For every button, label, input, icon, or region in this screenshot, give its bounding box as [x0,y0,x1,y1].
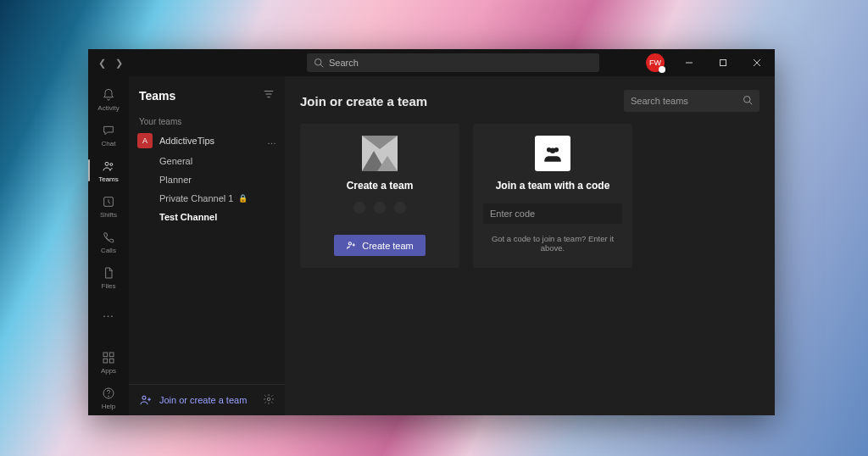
placeholder-dots [353,202,406,214]
search-icon [743,95,753,107]
create-team-button[interactable]: Create team [334,235,426,256]
svg-rect-11 [103,359,108,363]
phone-icon [101,230,116,245]
channel-test[interactable]: Test Channel [129,208,285,226]
svg-rect-3 [721,60,726,66]
join-create-team-link[interactable]: Join or create a team [129,384,285,415]
rail-more-button[interactable]: … [88,295,129,331]
app-rail: Activity Chat Teams Shifts Calls Files [88,76,129,415]
search-placeholder: Search [329,58,359,68]
sidebar-title: Teams [139,89,175,103]
svg-point-0 [315,59,322,66]
join-code-card: Join a team with a code Enter code Got a… [473,124,632,268]
svg-rect-9 [103,353,108,357]
svg-point-20 [744,97,751,103]
files-icon [101,265,116,281]
team-create-icon [346,240,357,251]
search-teams-input[interactable]: Search teams [624,90,760,112]
back-button[interactable]: ❮ [95,56,108,70]
search-input[interactable]: Search [307,53,599,72]
team-row[interactable]: A AddictiveTips … [129,130,285,152]
your-teams-label: Your teams [129,112,285,130]
rail-item-calls[interactable]: Calls [88,224,129,259]
channel-planner[interactable]: Planner [129,170,285,189]
main-content: Join or create a team Search teams Creat… [285,76,775,415]
ellipsis-icon: … [103,306,115,320]
teams-app-window: ❮ ❯ Search FW Activity Chat Teams [88,49,775,415]
rail-item-files[interactable]: Files [88,259,129,295]
chat-icon [101,123,116,138]
rail-item-apps[interactable]: Apps [88,344,129,380]
forward-button[interactable]: ❯ [112,56,125,70]
rail-item-shifts[interactable]: Shifts [88,188,129,224]
lock-icon: 🔒 [238,194,248,203]
rail-item-teams[interactable]: Teams [88,153,129,188]
teams-icon [101,158,116,174]
svg-point-26 [348,242,351,245]
svg-rect-12 [109,359,114,363]
channel-private[interactable]: Private Channel 1🔒 [129,189,285,208]
team-avatar: A [137,133,153,148]
nav-arrows: ❮ ❯ [95,56,125,70]
join-code-title: Join a team with a code [496,180,610,192]
svg-point-29 [550,148,556,154]
maximize-button[interactable] [709,49,737,76]
create-team-card: Create a team Create team [300,124,459,268]
avatar[interactable]: FW [646,53,665,72]
svg-line-1 [320,64,323,67]
code-hint: Got a code to join a team? Enter it abov… [483,234,622,253]
channel-general[interactable]: General [129,152,285,170]
gear-icon[interactable] [263,393,275,407]
svg-point-7 [110,163,113,165]
join-code-icon [535,136,570,171]
team-name: AddictiveTips [159,136,214,146]
rail-item-activity[interactable]: Activity [88,81,129,117]
svg-line-21 [749,102,752,104]
create-team-image-icon [362,136,398,171]
svg-point-6 [105,162,108,165]
svg-rect-10 [109,353,114,357]
bell-icon [101,87,116,103]
create-team-title: Create a team [347,180,414,192]
minimize-button[interactable] [675,49,704,76]
svg-point-19 [267,398,270,401]
rail-item-help[interactable]: Help [88,380,129,415]
close-button[interactable] [743,49,771,76]
search-icon [314,58,324,68]
team-more-button[interactable]: … [267,136,276,146]
help-icon [101,386,116,401]
svg-point-18 [142,396,146,399]
svg-point-14 [108,395,109,396]
shifts-icon [101,194,116,209]
team-add-icon [139,393,153,407]
rail-item-chat[interactable]: Chat [88,117,129,153]
teams-sidebar: Teams Your teams A AddictiveTips … Gener… [129,76,285,415]
code-input[interactable]: Enter code [483,203,622,224]
titlebar: ❮ ❯ Search FW [88,49,775,76]
apps-icon [101,350,116,365]
filter-icon[interactable] [263,88,275,103]
page-title: Join or create a team [300,94,427,108]
